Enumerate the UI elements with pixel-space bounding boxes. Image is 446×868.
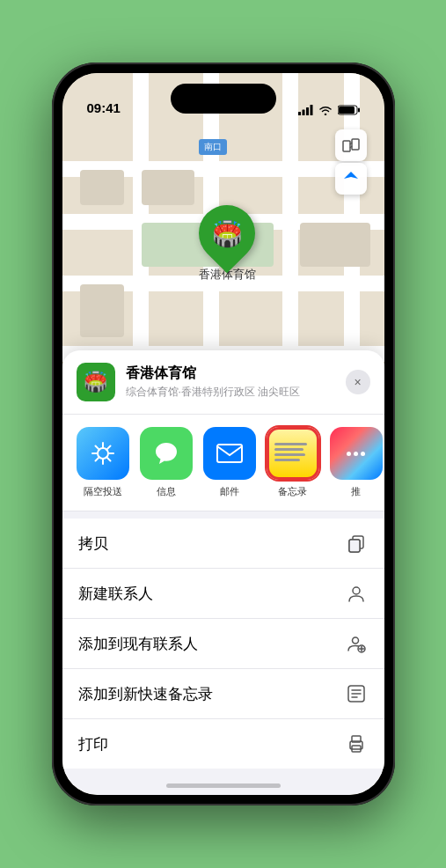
messages-svg [152,439,180,467]
action-new-contact-label: 新建联系人 [78,584,153,604]
map-label: 南口 [199,139,227,155]
svg-rect-12 [217,445,242,462]
status-time: 09:41 [87,100,121,115]
venue-name: 香港体育馆 [126,364,335,383]
share-item-airdrop[interactable]: 隔空投送 [77,427,129,498]
svg-rect-6 [358,108,360,113]
map-block [142,170,194,205]
more-dot-row [347,452,365,456]
messages-label: 信息 [157,485,176,498]
map-block [80,284,124,337]
share-actions-row: 隔空投送 信息 [62,415,384,511]
svg-rect-3 [310,105,312,115]
mail-icon [203,427,256,480]
status-icons [298,105,360,115]
dynamic-island [171,84,276,114]
location-button[interactable] [335,163,367,195]
more-label: 推 [351,485,361,498]
map-icon [342,136,360,154]
share-item-mail[interactable]: 邮件 [203,427,256,498]
svg-point-16 [353,587,360,594]
print-icon [344,732,369,756]
close-icon: × [354,375,361,389]
svg-rect-5 [339,107,355,114]
venue-info: 香港体育馆 综合体育馆·香港特别行政区 油尖旺区 [126,364,335,400]
phone-frame: 09:41 [52,63,395,805]
action-add-existing[interactable]: 添加到现有联系人 [62,619,384,669]
svg-rect-2 [306,107,309,115]
messages-icon [140,427,193,480]
more-dot [361,452,365,456]
svg-rect-0 [298,112,301,115]
action-print-label: 打印 [78,734,108,754]
more-icon [330,427,383,480]
action-add-note-label: 添加到新快速备忘录 [78,684,213,704]
action-add-existing-label: 添加到现有联系人 [78,634,198,654]
action-list: 拷贝 新建联系人 [62,519,384,769]
add-existing-icon [344,631,369,656]
add-existing-svg [347,634,366,653]
battery-icon [338,105,360,115]
add-note-svg [347,684,366,703]
notes-label: 备忘录 [278,485,307,498]
venue-subtitle: 综合体育馆·香港特别行政区 油尖旺区 [126,385,335,400]
mail-label: 邮件 [220,485,239,498]
wifi-icon [318,105,333,115]
notes-lines [269,439,317,467]
mail-svg [216,443,244,464]
airdrop-icon [77,427,129,480]
close-button[interactable]: × [346,370,370,394]
airdrop-label: 隔空投送 [84,485,122,498]
map-type-button[interactable] [335,129,367,161]
map-controls [335,129,367,195]
svg-point-17 [352,637,358,644]
copy-svg [347,533,366,553]
notes-line-2 [274,448,304,451]
map-label-text: 南口 [204,142,222,151]
share-item-notes[interactable]: 备忘录 [267,427,319,498]
action-print[interactable]: 打印 [62,719,384,769]
pin-background: 🏟️ [187,194,267,274]
more-dot [354,452,358,456]
map-block [80,170,124,205]
location-pin: 🏟️ 香港体育馆 [199,205,256,283]
venue-card: 🏟️ 香港体育馆 综合体育馆·香港特别行政区 油尖旺区 × [62,350,384,415]
map-block [300,223,370,267]
notes-line-3 [274,453,306,456]
new-contact-svg [347,584,366,603]
svg-rect-1 [302,110,304,116]
share-item-more[interactable]: 推 [330,427,383,498]
copy-icon [344,531,369,555]
action-new-contact[interactable]: 新建联系人 [62,569,384,619]
pin-icon: 🏟️ [212,219,243,248]
phone-screen: 09:41 [62,73,384,795]
more-dot [347,452,351,456]
svg-rect-8 [352,139,359,150]
action-add-note[interactable]: 添加到新快速备忘录 [62,669,384,719]
svg-rect-7 [343,141,350,151]
home-indicator [166,783,281,788]
share-item-messages[interactable]: 信息 [140,427,193,498]
airdrop-svg [90,440,116,467]
new-contact-icon [344,581,369,606]
notes-line-1 [274,443,308,445]
action-copy-label: 拷贝 [78,533,108,554]
notes-icon [267,427,319,480]
svg-rect-15 [349,540,360,552]
location-arrow-icon [343,171,359,187]
bottom-sheet: 🏟️ 香港体育馆 综合体育馆·香港特别行政区 油尖旺区 × [62,350,384,795]
add-note-icon [344,681,369,706]
print-svg [347,734,366,754]
signal-icon [298,105,313,115]
venue-icon: 🏟️ [77,363,115,401]
notes-line-4 [274,459,300,461]
action-copy[interactable]: 拷贝 [62,519,384,569]
